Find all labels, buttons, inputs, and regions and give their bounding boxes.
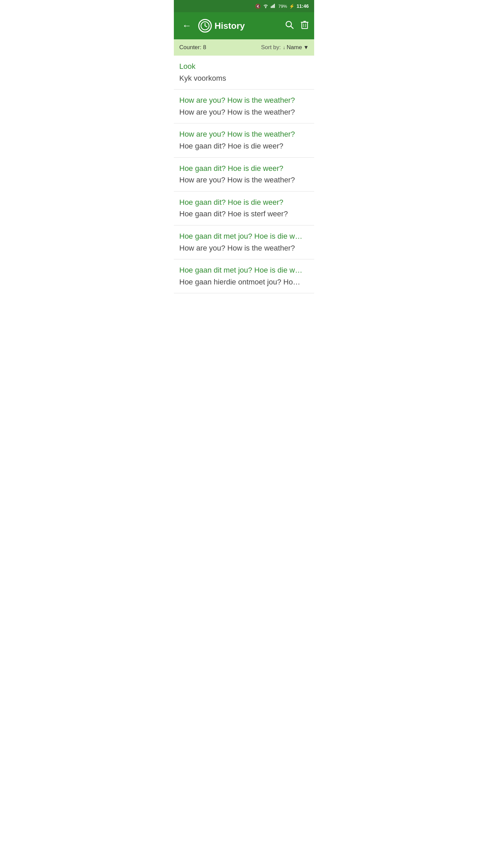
sort-area[interactable]: Sort by: ↓ Name ▼ — [261, 44, 309, 51]
svg-rect-0 — [271, 6, 271, 8]
toolbar: ← History — [174, 12, 314, 39]
sort-by-label: Sort by: — [261, 44, 281, 51]
list-item[interactable]: How are you? How is the weather?How are … — [174, 90, 314, 123]
list-item-secondary: How are you? How is the weather? — [179, 175, 309, 185]
sort-dropdown-icon: ▼ — [303, 44, 309, 51]
sort-name-label: Name — [287, 44, 302, 51]
search-button[interactable] — [285, 20, 294, 32]
wifi-icon — [263, 3, 269, 9]
back-button[interactable]: ← — [179, 18, 194, 34]
svg-rect-2 — [273, 4, 274, 8]
list-item-primary: Hoe gaan dit met jou? Hoe is die w… — [179, 265, 309, 275]
signal-icon — [271, 3, 276, 9]
sort-selector[interactable]: ↓ Name ▼ — [283, 44, 309, 51]
list-item-primary: Look — [179, 62, 309, 72]
svg-rect-9 — [302, 22, 308, 28]
list-item[interactable]: How are you? How is the weather?Hoe gaan… — [174, 123, 314, 157]
list-item-secondary: How are you? How is the weather? — [179, 243, 309, 253]
history-list: LookKyk voorkomsHow are you? How is the … — [174, 56, 314, 293]
mute-icon: 🔇 — [255, 4, 261, 9]
charging-icon: ⚡ — [289, 4, 294, 9]
delete-button[interactable] — [301, 20, 309, 32]
list-item-primary: How are you? How is the weather? — [179, 96, 309, 105]
svg-line-8 — [291, 26, 293, 28]
list-item-primary: Hoe gaan dit? Hoe is die weer? — [179, 164, 309, 174]
list-item-primary: Hoe gaan dit met jou? Hoe is die w… — [179, 232, 309, 241]
list-item[interactable]: Hoe gaan dit? Hoe is die weer?How are yo… — [174, 158, 314, 192]
svg-line-6 — [205, 26, 207, 27]
list-item-secondary: How are you? How is the weather? — [179, 107, 309, 117]
list-item-primary: Hoe gaan dit? Hoe is die weer? — [179, 198, 309, 208]
toolbar-actions — [285, 20, 309, 32]
title-area: History — [198, 19, 281, 33]
app-container: 🔇 79% ⚡ 11:46 ← — [174, 0, 314, 293]
svg-rect-3 — [274, 4, 275, 8]
list-item[interactable]: Hoe gaan dit met jou? Hoe is die w…How a… — [174, 225, 314, 259]
list-item[interactable]: LookKyk voorkoms — [174, 56, 314, 90]
sort-direction-icon: ↓ — [283, 45, 285, 50]
status-bar: 🔇 79% ⚡ 11:46 — [174, 0, 314, 12]
counter-display: Counter: 8 — [179, 44, 257, 51]
filter-bar: Counter: 8 Sort by: ↓ Name ▼ — [174, 39, 314, 56]
svg-rect-1 — [272, 5, 272, 8]
page-title: History — [215, 21, 245, 31]
list-item-secondary: Hoe gaan hierdie ontmoet jou? Ho… — [179, 277, 309, 287]
time-display: 11:46 — [297, 3, 309, 9]
history-clock-icon — [198, 19, 212, 33]
list-item-secondary: Hoe gaan dit? Hoe is die weer? — [179, 141, 309, 151]
battery-level: 79% — [278, 4, 287, 9]
list-item[interactable]: Hoe gaan dit met jou? Hoe is die w…Hoe g… — [174, 259, 314, 293]
list-item-secondary: Kyk voorkoms — [179, 74, 309, 83]
list-item-primary: How are you? How is the weather? — [179, 130, 309, 139]
list-item[interactable]: Hoe gaan dit? Hoe is die weer?Hoe gaan d… — [174, 192, 314, 225]
list-item-secondary: Hoe gaan dit? Hoe is sterf weer? — [179, 209, 309, 219]
